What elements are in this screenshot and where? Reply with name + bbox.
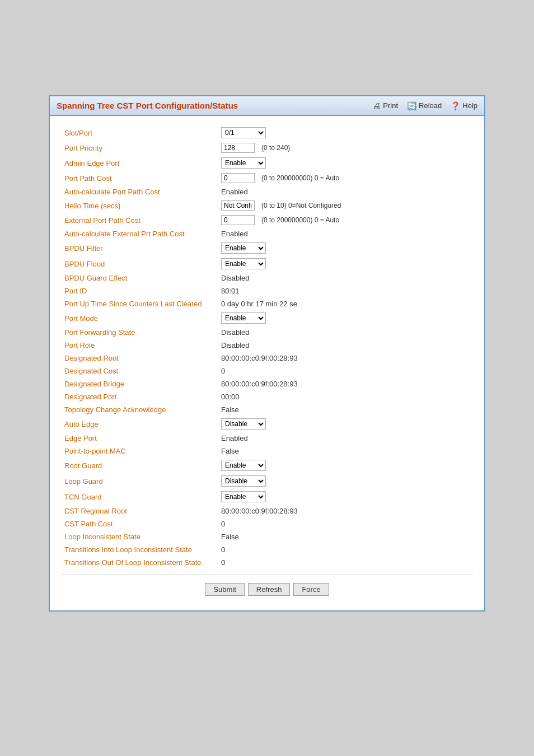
field-select[interactable]: EnableDisable — [221, 242, 266, 254]
panel-header: Spanning Tree CST Port Configuration/Sta… — [50, 96, 484, 116]
field-label: Port Path Cost — [61, 171, 218, 185]
main-panel: Spanning Tree CST Port Configuration/Sta… — [49, 95, 485, 612]
field-hint: (0 to 10) 0=Not Configured — [261, 202, 341, 209]
field-value: False — [218, 445, 473, 458]
field-label: Hello Time (secs) — [61, 198, 218, 213]
field-label: Root Guard — [61, 458, 218, 473]
field-static-value: Enabled — [221, 188, 248, 196]
field-value: 80:01 — [218, 284, 473, 297]
table-row: Point-to-point MACFalse — [61, 445, 473, 458]
field-value: False — [218, 403, 473, 416]
field-static-value: False — [221, 405, 239, 414]
field-select[interactable]: EnableDisable — [221, 157, 266, 169]
help-label: Help — [462, 101, 477, 110]
field-static-value: 00:00 — [221, 393, 240, 401]
footer-buttons: Submit Refresh Force — [61, 575, 473, 601]
field-row: (0 to 200000000) 0 = Auto — [221, 173, 339, 183]
help-button[interactable]: ❓ Help — [451, 101, 477, 110]
submit-button[interactable]: Submit — [205, 583, 244, 596]
field-value: 80:00:00:c0:9f:00:28:93 — [218, 352, 473, 365]
field-value: EnableDisable — [218, 310, 473, 326]
table-row: Transitions Out Of Loop Inconsistent Sta… — [61, 556, 473, 569]
field-label: Port ID — [61, 284, 218, 297]
field-row: (0 to 10) 0=Not Configured — [221, 200, 341, 211]
field-select[interactable]: EnableDisable — [221, 258, 266, 269]
field-value: 0 — [218, 556, 473, 569]
field-input[interactable] — [221, 173, 255, 183]
field-label: BPDU Guard Effect — [61, 272, 218, 284]
table-row: Port Priority(0 to 240) — [61, 141, 473, 155]
table-row: Slot/Port0/10/20/3 — [61, 125, 473, 141]
field-label: Topology Change Acknowledge — [61, 403, 218, 416]
field-value: 0 — [218, 517, 473, 530]
field-value: 0/10/20/3 — [218, 125, 473, 141]
table-row: BPDU FilterEnableDisable — [61, 240, 473, 256]
field-input[interactable] — [221, 143, 255, 153]
field-hint: (0 to 200000000) 0 = Auto — [261, 216, 339, 224]
field-label: Auto Edge — [61, 416, 218, 432]
refresh-button[interactable]: Refresh — [248, 583, 291, 596]
field-select[interactable]: EnableDisable — [221, 475, 266, 487]
field-label: Point-to-point MAC — [61, 445, 218, 458]
panel-body: Slot/Port0/10/20/3Port Priority(0 to 240… — [50, 116, 484, 610]
field-value: (0 to 10) 0=Not Configured — [218, 198, 473, 213]
force-button[interactable]: Force — [293, 583, 329, 596]
table-row: Auto EdgeEnableDisable — [61, 416, 473, 432]
table-row: Port Up Time Since Counters Last Cleared… — [61, 297, 473, 310]
field-static-value: 0 — [221, 558, 225, 567]
field-static-value: 80:00:00:c0:9f:00:28:93 — [221, 507, 298, 515]
field-label: BPDU Flood — [61, 256, 218, 272]
field-value: Enabled — [218, 227, 473, 240]
field-label: Port Role — [61, 339, 218, 352]
field-input[interactable] — [221, 200, 255, 211]
field-select[interactable]: EnableDisable — [221, 460, 266, 471]
header-actions: 🖨 Print 🔄 Reload ❓ Help — [373, 101, 477, 110]
field-static-value: Enabled — [221, 230, 248, 238]
field-input[interactable] — [221, 215, 255, 225]
field-value: (0 to 240) — [218, 141, 473, 155]
field-value: Disabled — [218, 339, 473, 352]
field-label: Port Up Time Since Counters Last Cleared — [61, 297, 218, 310]
print-button[interactable]: 🖨 Print — [373, 101, 398, 110]
table-row: Root GuardEnableDisable — [61, 458, 473, 473]
field-hint: (0 to 240) — [261, 144, 290, 152]
field-label: CST Regional Root — [61, 505, 218, 517]
field-value: EnableDisable — [218, 489, 473, 505]
table-row: CST Path Cost0 — [61, 517, 473, 530]
field-static-value: 0 day 0 hr 17 min 22 se — [221, 300, 297, 308]
table-row: Port Forwarding StateDisabled — [61, 326, 473, 339]
field-value: (0 to 200000000) 0 = Auto — [218, 213, 473, 227]
reload-icon: 🔄 — [407, 101, 416, 110]
field-static-value: Disabled — [221, 341, 250, 349]
field-select[interactable]: 0/10/20/3 — [221, 127, 266, 138]
field-value: 00:00 — [218, 390, 473, 403]
field-label: Admin Edge Port — [61, 155, 218, 171]
field-label: Port Mode — [61, 310, 218, 326]
field-row: (0 to 240) — [221, 143, 290, 153]
field-label: Slot/Port — [61, 125, 218, 141]
field-static-value: 80:00:00:c0:9f:00:28:93 — [221, 380, 298, 388]
field-select[interactable]: EnableDisable — [221, 418, 266, 430]
config-table: Slot/Port0/10/20/3Port Priority(0 to 240… — [61, 125, 473, 569]
reload-label: Reload — [419, 101, 442, 110]
reload-button[interactable]: 🔄 Reload — [407, 101, 442, 110]
field-select[interactable]: EnableDisable — [221, 491, 266, 502]
field-value: Disabled — [218, 326, 473, 339]
field-static-value: 80:00:00:c0:9f:00:28:93 — [221, 354, 298, 362]
field-value: Disabled — [218, 272, 473, 284]
field-label: Port Priority — [61, 141, 218, 155]
table-row: Topology Change AcknowledgeFalse — [61, 403, 473, 416]
field-label: Auto-calculate External Prt Path Cost — [61, 227, 218, 240]
field-value: EnableDisable — [218, 473, 473, 489]
field-value: False — [218, 530, 473, 543]
field-label: Designated Cost — [61, 365, 218, 377]
table-row: CST Regional Root80:00:00:c0:9f:00:28:93 — [61, 505, 473, 517]
table-row: Hello Time (secs)(0 to 10) 0=Not Configu… — [61, 198, 473, 213]
table-row: Port ID80:01 — [61, 284, 473, 297]
table-row: Admin Edge PortEnableDisable — [61, 155, 473, 171]
field-label: BPDU Filter — [61, 240, 218, 256]
field-label: Loop Guard — [61, 473, 218, 489]
field-select[interactable]: EnableDisable — [221, 312, 266, 324]
field-value: 0 — [218, 543, 473, 556]
field-label: TCN Guard — [61, 489, 218, 505]
